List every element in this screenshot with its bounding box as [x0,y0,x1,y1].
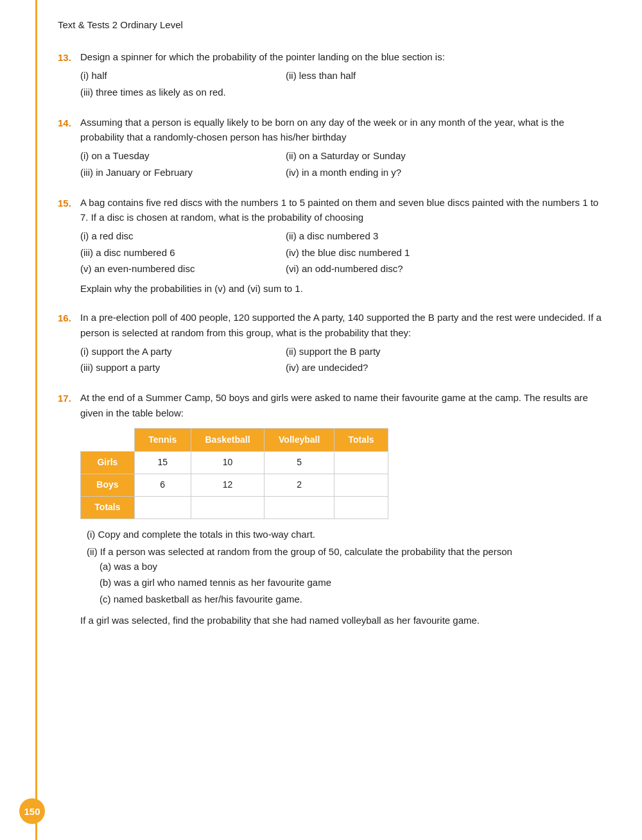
table-girls-basketball: 10 [191,452,265,474]
table-boys-tennis: 6 [134,474,191,497]
q17-ii-alpha: (a) was a boy (b) was a girl who named t… [87,559,603,606]
q16-text: In a pre-election poll of 400 people, 12… [80,310,603,340]
q13-content: Design a spinner for which the probabili… [80,49,603,101]
q14-row-2: (iii) in January or February (iv) in a m… [80,165,603,180]
table-label-girls: Girls [81,452,135,474]
page-header: Text & Tests 2 Ordinary Level [51,19,603,30]
q16-row-2: (iii) support a party (iv) are undecided… [80,360,603,375]
q15-vi: (vi) an odd-numbered disc? [286,261,491,276]
q14-i-text: on a Tuesday [92,150,150,161]
q15-row-2: (iii) a disc numbered 6 (iv) the blue di… [80,245,603,260]
table-girls-total [334,452,388,474]
q13-row-1: (i) half (ii) less than half [80,68,603,83]
q15-explain: Explain why the probabilities in (v) and… [80,281,603,296]
q14-iii-text: in January or February [96,167,193,178]
q16-sub-items: (i) support the A party (ii) support the… [80,344,603,375]
q15-vi-text: an odd-numbered disc? [302,263,403,274]
table-total-volleyball [265,496,334,519]
q17-i-item: (i) Copy and complete the totals in this… [87,527,603,542]
q17-ii-c: (c) named basketball as her/his favourit… [100,592,603,606]
q15-ii-label: (ii) [286,230,299,241]
q14-ii-label: (ii) [286,150,299,161]
q15-v-text: an even-numbered disc [94,263,195,274]
table-header-empty [81,428,135,452]
questions-list: 13. Design a spinner for which the proba… [51,49,603,628]
q16-row-1: (i) support the A party (ii) support the… [80,344,603,359]
table-girls-tennis: 15 [134,452,191,474]
table-boys-total [334,474,388,497]
q14-iv-text: in a month ending in y? [302,167,401,178]
q13-iii-text: three times as likely as on red. [96,87,226,98]
q16-iv-label: (iv) [286,362,302,373]
table-boys-basketball: 12 [191,474,265,497]
q15-iii-text: a disc numbered 6 [96,247,175,258]
question-15: 15. A bag contains five red discs with t… [58,195,603,296]
table-label-boys: Boys [81,474,135,497]
q15-sub-items: (i) a red disc (ii) a disc numbered 3 (i… [80,228,603,276]
q15-i: (i) a red disc [80,228,286,243]
page-container: Text & Tests 2 Ordinary Level 13. Design… [0,0,642,840]
q14-text: Assuming that a person is equally likely… [80,115,603,145]
q15-iii-label: (iii) [80,247,96,258]
q15-iii: (iii) a disc numbered 6 [80,245,286,260]
q13-i-label: (i) [80,70,92,81]
q15-number: 15. [58,195,80,296]
q15-vi-label: (vi) [286,263,302,274]
q14-ii: (ii) on a Saturday or Sunday [286,148,491,163]
q15-i-text: a red disc [92,230,134,241]
q15-ii: (ii) a disc numbered 3 [286,228,491,243]
q13-ii: (ii) less than half [286,68,491,83]
q16-ii-text: support the B party [299,346,381,357]
q17-sub-items: (i) Copy and complete the totals in this… [80,527,603,606]
table-header-basketball: Basketball [191,428,265,452]
q16-i: (i) support the A party [80,344,286,359]
table-header-tennis: Tennis [134,428,191,452]
q15-text: A bag contains five red discs with the n… [80,195,603,225]
q16-i-text: support the A party [92,346,172,357]
q14-iii-label: (iii) [80,167,96,178]
q15-v-label: (v) [80,263,94,274]
table-label-totals: Totals [81,496,135,519]
q15-iv-text: the blue disc numbered 1 [302,247,410,258]
q13-i: (i) half [80,68,286,83]
q13-iii: (iii) three times as likely as on red. [80,85,603,99]
q17-number: 17. [58,390,80,628]
q14-number: 14. [58,115,80,181]
q16-iv-text: are undecided? [302,362,368,373]
q13-row-2: (iii) three times as likely as on red. [80,85,603,99]
q14-i: (i) on a Tuesday [80,148,286,163]
page-number-badge: 150 [19,798,45,824]
q17-content: At the end of a Summer Camp, 50 boys and… [80,390,603,628]
q17-table: Tennis Basketball Volleyball Totals Girl… [80,428,388,519]
q16-iii-label: (iii) [80,362,96,373]
q15-ii-text: a disc numbered 3 [299,230,378,241]
table-grand-total [334,496,388,519]
table-row-girls: Girls 15 10 5 [81,452,388,474]
q17-ii-item: (ii) If a person was selected at random … [87,544,603,606]
q14-iii: (iii) in January or February [80,165,286,180]
q15-row-1: (i) a red disc (ii) a disc numbered 3 [80,228,603,243]
q14-ii-text: on a Saturday or Sunday [299,150,406,161]
q16-ii-label: (ii) [286,346,299,357]
table-row-boys: Boys 6 12 2 [81,474,388,497]
question-13: 13. Design a spinner for which the proba… [58,49,603,101]
q17-ii-b: (b) was a girl who named tennis as her f… [100,575,603,590]
question-17: 17. At the end of a Summer Camp, 50 boys… [58,390,603,628]
q14-iv: (iv) in a month ending in y? [286,165,491,180]
q16-number: 16. [58,310,80,376]
q17-ii-a: (a) was a boy [100,559,603,574]
table-boys-volleyball: 2 [265,474,334,497]
question-16: 16. In a pre-election poll of 400 people… [58,310,603,376]
q13-ii-text: less than half [299,70,356,81]
table-total-tennis [134,496,191,519]
q15-iv-label: (iv) [286,247,302,258]
table-header-volleyball: Volleyball [265,428,334,452]
q13-text: Design a spinner for which the probabili… [80,49,603,64]
table-header-totals: Totals [334,428,388,452]
q17-ii-text: If a person was selected at random from … [100,546,512,557]
q17-final-text: If a girl was selected, find the probabi… [80,613,603,628]
q17-table-wrapper: Tennis Basketball Volleyball Totals Girl… [80,428,603,519]
left-border-decoration [35,0,37,840]
table-girls-volleyball: 5 [265,452,334,474]
q16-content: In a pre-election poll of 400 people, 12… [80,310,603,376]
